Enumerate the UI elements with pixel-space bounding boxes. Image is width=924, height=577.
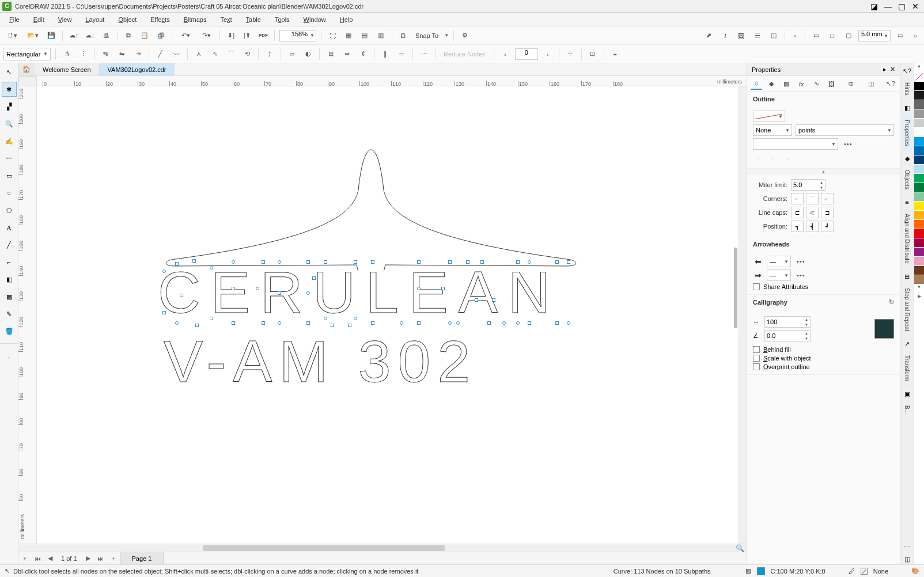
- symmetric-node-icon[interactable]: ⌒: [225, 48, 237, 60]
- square-icon[interactable]: □: [826, 29, 839, 42]
- ruler-corner[interactable]: [18, 76, 37, 86]
- dock-tab-objects[interactable]: Objects: [902, 165, 912, 195]
- swatch[interactable]: [914, 174, 924, 183]
- outline-width-select[interactable]: None▼: [753, 124, 792, 136]
- paste-button[interactable]: 📋: [138, 29, 151, 42]
- tab-help-icon[interactable]: ↖?: [885, 78, 896, 90]
- pos-inside[interactable]: ┛: [821, 221, 834, 232]
- corner-bevel[interactable]: ⌐: [821, 193, 834, 204]
- list-icon[interactable]: ☰: [751, 29, 764, 42]
- swatch[interactable]: [914, 275, 924, 284]
- plus-icon[interactable]: +: [609, 48, 622, 60]
- crop-tool[interactable]: ▞: [2, 99, 17, 114]
- bitmap-tab-icon[interactable]: 🖼: [825, 78, 837, 90]
- status-palette-icon[interactable]: 🎨: [911, 567, 919, 575]
- cap-flat[interactable]: ⊏: [791, 207, 804, 218]
- corner-opt-2[interactable]: ⌐: [768, 152, 781, 164]
- swatch[interactable]: [914, 211, 924, 220]
- parallel-dim-tool[interactable]: ╱: [2, 237, 17, 252]
- node-tool-icon[interactable]: ⋔: [60, 48, 73, 60]
- angle-spin-down[interactable]: ‹: [499, 48, 512, 60]
- launch-button[interactable]: ⬈: [703, 29, 715, 42]
- outline-width-input[interactable]: 5.0 mm▼: [858, 30, 891, 41]
- outline-rect-icon[interactable]: ▢: [842, 29, 855, 42]
- curve-tab-icon[interactable]: ∿: [811, 78, 822, 90]
- dist-icon[interactable]: ⊹: [564, 48, 577, 60]
- overprint-outline-check[interactable]: Overprint outline: [753, 363, 894, 370]
- cap-round[interactable]: ⊂: [806, 207, 819, 218]
- artistic-media-tool[interactable]: 〰: [2, 151, 17, 166]
- corner-miter[interactable]: ⌐: [791, 193, 804, 204]
- status-fill-swatch[interactable]: [757, 567, 765, 575]
- logo-text-line2[interactable]: V-AM 302: [164, 328, 477, 396]
- page-add-left[interactable]: +: [18, 555, 31, 562]
- dock-b-icon[interactable]: ▣: [902, 389, 912, 399]
- corner-opt-3[interactable]: ⌐: [783, 152, 796, 164]
- scrollbar-vertical[interactable]: [739, 86, 747, 544]
- picture-icon[interactable]: 🖼: [735, 29, 748, 42]
- bbox-icon[interactable]: ⊡: [586, 48, 599, 60]
- home-tab[interactable]: 🏠: [18, 63, 35, 75]
- outline-tab-icon[interactable]: ◊: [751, 78, 762, 90]
- dock-tab-align[interactable]: Align and Distribute: [902, 208, 912, 269]
- drop-shadow-tool[interactable]: ◧: [2, 272, 17, 287]
- swatch[interactable]: [914, 165, 924, 174]
- calli-angle-input[interactable]: 0.0▲▼: [764, 330, 811, 341]
- panel-collapse-icon[interactable]: ▸: [883, 66, 887, 73]
- align-v-icon[interactable]: ═: [395, 48, 408, 60]
- pick-tool[interactable]: ↖: [2, 64, 17, 79]
- outline-preview-select[interactable]: ▼: [753, 111, 785, 122]
- menu-object[interactable]: Object: [111, 14, 143, 25]
- tab-copy-icon[interactable]: ⧉: [845, 78, 857, 90]
- swatch[interactable]: [914, 266, 924, 275]
- ellipse-tool[interactable]: ○: [2, 185, 17, 200]
- miter-limit-input[interactable]: 5.0▲▼: [791, 179, 825, 191]
- swatch[interactable]: [914, 155, 924, 165]
- print-button[interactable]: 🖶: [100, 29, 112, 42]
- dock-tab-b[interactable]: B...: [902, 400, 912, 419]
- transparency-tool[interactable]: ▩: [2, 289, 17, 304]
- curve-icon[interactable]: 〰: [170, 48, 183, 60]
- rectangle-tool[interactable]: ▭: [2, 168, 17, 183]
- open-doc-button[interactable]: 📂▾: [24, 29, 41, 42]
- outline-style-select[interactable]: ▼: [753, 138, 838, 150]
- cloud-down-icon[interactable]: ☁↓: [84, 29, 96, 42]
- arrow-end-select[interactable]: —▼: [767, 269, 791, 281]
- dock-objects-icon[interactable]: ◆: [902, 153, 912, 164]
- shape1-icon[interactable]: ▱: [286, 48, 298, 60]
- arrow-start-select[interactable]: —▼: [767, 256, 791, 267]
- reverse-icon[interactable]: ⟲: [241, 48, 253, 60]
- cap-square[interactable]: ⊐: [821, 207, 834, 218]
- page-tab[interactable]: Page 1: [120, 552, 164, 564]
- zoom-tool[interactable]: 🔍: [2, 116, 17, 131]
- overlap-icon[interactable]: ◫: [767, 29, 780, 42]
- page-prev[interactable]: ◀: [44, 555, 56, 562]
- swatch[interactable]: [914, 100, 924, 109]
- canvas[interactable]: CERULEAN V-AM 302: [37, 86, 739, 544]
- corner-round[interactable]: ⌒: [806, 193, 819, 204]
- dock-more-icon[interactable]: ⋯: [902, 541, 912, 552]
- polygon-tool[interactable]: ⬠: [2, 203, 17, 218]
- cusp-node-icon[interactable]: ⋏: [192, 48, 205, 60]
- page-next[interactable]: ▶: [82, 555, 94, 562]
- elastic-icon[interactable]: ⋯: [418, 48, 430, 60]
- swatch[interactable]: [914, 119, 924, 128]
- save-button[interactable]: 💾: [45, 29, 58, 42]
- new-doc-button[interactable]: 🗋▾: [3, 29, 21, 42]
- redo-button[interactable]: ↷▾: [198, 29, 215, 42]
- dock-align-icon[interactable]: ≡: [902, 197, 912, 207]
- reflect-v-icon[interactable]: ⇕: [357, 48, 369, 60]
- corner-opt-1[interactable]: ⌐: [753, 152, 766, 164]
- transparency-tab-icon[interactable]: ▩: [781, 78, 792, 90]
- grid-button[interactable]: ▤: [358, 29, 371, 42]
- snap-button[interactable]: ⛋: [397, 29, 410, 42]
- account-icon[interactable]: ◪: [868, 1, 880, 12]
- active-doc-tab[interactable]: VAM302Logov02.cdr: [100, 63, 175, 75]
- pos-center[interactable]: ┫: [806, 221, 819, 232]
- scale-with-object-check[interactable]: Scale with object: [753, 355, 894, 362]
- undo-button[interactable]: ↶▾: [177, 29, 194, 42]
- menu-window[interactable]: Window: [297, 14, 333, 25]
- align-h-icon[interactable]: ‖: [379, 48, 392, 60]
- snap-to-label[interactable]: Snap To: [413, 32, 441, 39]
- status-outline-swatch[interactable]: [861, 568, 868, 575]
